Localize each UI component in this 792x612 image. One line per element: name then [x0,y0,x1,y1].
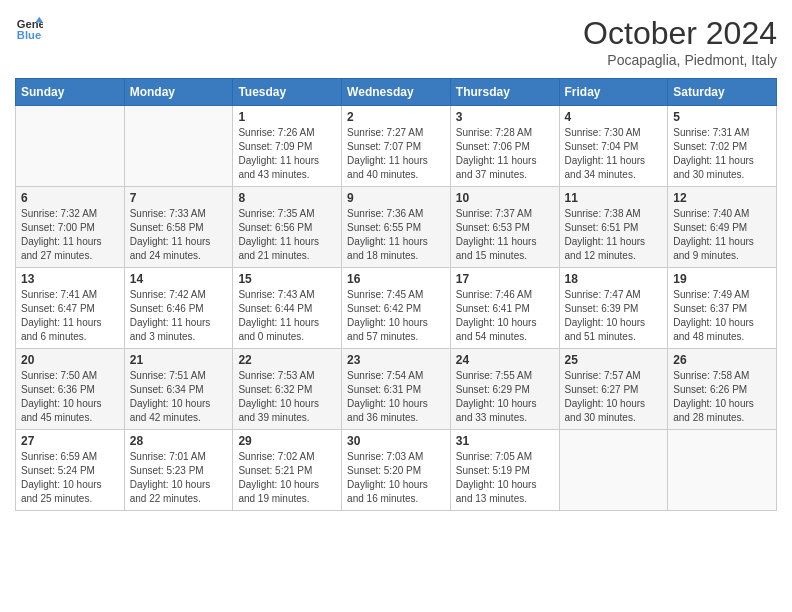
calendar-week-row: 13Sunrise: 7:41 AMSunset: 6:47 PMDayligh… [16,268,777,349]
day-detail: Sunrise: 7:33 AMSunset: 6:58 PMDaylight:… [130,207,228,263]
day-number: 20 [21,353,119,367]
day-number: 9 [347,191,445,205]
day-number: 23 [347,353,445,367]
day-detail: Sunrise: 7:42 AMSunset: 6:46 PMDaylight:… [130,288,228,344]
calendar-table: SundayMondayTuesdayWednesdayThursdayFrid… [15,78,777,511]
day-number: 12 [673,191,771,205]
day-number: 29 [238,434,336,448]
day-detail: Sunrise: 7:28 AMSunset: 7:06 PMDaylight:… [456,126,554,182]
day-of-week-header: Wednesday [342,79,451,106]
calendar-day-cell: 22Sunrise: 7:53 AMSunset: 6:32 PMDayligh… [233,349,342,430]
day-of-week-header: Sunday [16,79,125,106]
day-number: 4 [565,110,663,124]
calendar-day-cell: 25Sunrise: 7:57 AMSunset: 6:27 PMDayligh… [559,349,668,430]
calendar-day-cell: 1Sunrise: 7:26 AMSunset: 7:09 PMDaylight… [233,106,342,187]
calendar-day-cell: 9Sunrise: 7:36 AMSunset: 6:55 PMDaylight… [342,187,451,268]
day-detail: Sunrise: 7:35 AMSunset: 6:56 PMDaylight:… [238,207,336,263]
day-detail: Sunrise: 7:31 AMSunset: 7:02 PMDaylight:… [673,126,771,182]
svg-text:Blue: Blue [17,29,41,41]
day-detail: Sunrise: 7:45 AMSunset: 6:42 PMDaylight:… [347,288,445,344]
calendar-day-cell [668,430,777,511]
day-detail: Sunrise: 7:32 AMSunset: 7:00 PMDaylight:… [21,207,119,263]
day-detail: Sunrise: 7:53 AMSunset: 6:32 PMDaylight:… [238,369,336,425]
day-number: 30 [347,434,445,448]
calendar-day-cell: 7Sunrise: 7:33 AMSunset: 6:58 PMDaylight… [124,187,233,268]
calendar-day-cell: 28Sunrise: 7:01 AMSunset: 5:23 PMDayligh… [124,430,233,511]
calendar-day-cell: 10Sunrise: 7:37 AMSunset: 6:53 PMDayligh… [450,187,559,268]
logo: General Blue [15,15,43,43]
day-number: 11 [565,191,663,205]
day-number: 19 [673,272,771,286]
day-detail: Sunrise: 7:47 AMSunset: 6:39 PMDaylight:… [565,288,663,344]
day-detail: Sunrise: 7:51 AMSunset: 6:34 PMDaylight:… [130,369,228,425]
day-detail: Sunrise: 7:54 AMSunset: 6:31 PMDaylight:… [347,369,445,425]
day-number: 7 [130,191,228,205]
calendar-day-cell: 6Sunrise: 7:32 AMSunset: 7:00 PMDaylight… [16,187,125,268]
day-detail: Sunrise: 7:38 AMSunset: 6:51 PMDaylight:… [565,207,663,263]
day-detail: Sunrise: 7:43 AMSunset: 6:44 PMDaylight:… [238,288,336,344]
day-detail: Sunrise: 7:03 AMSunset: 5:20 PMDaylight:… [347,450,445,506]
month-title: October 2024 [583,15,777,52]
calendar-day-cell [16,106,125,187]
day-detail: Sunrise: 7:41 AMSunset: 6:47 PMDaylight:… [21,288,119,344]
day-detail: Sunrise: 7:26 AMSunset: 7:09 PMDaylight:… [238,126,336,182]
calendar-week-row: 1Sunrise: 7:26 AMSunset: 7:09 PMDaylight… [16,106,777,187]
calendar-day-cell: 26Sunrise: 7:58 AMSunset: 6:26 PMDayligh… [668,349,777,430]
day-of-week-header: Saturday [668,79,777,106]
day-number: 6 [21,191,119,205]
calendar-header-row: SundayMondayTuesdayWednesdayThursdayFrid… [16,79,777,106]
day-number: 26 [673,353,771,367]
day-detail: Sunrise: 6:59 AMSunset: 5:24 PMDaylight:… [21,450,119,506]
day-detail: Sunrise: 7:05 AMSunset: 5:19 PMDaylight:… [456,450,554,506]
calendar-week-row: 27Sunrise: 6:59 AMSunset: 5:24 PMDayligh… [16,430,777,511]
calendar-day-cell: 23Sunrise: 7:54 AMSunset: 6:31 PMDayligh… [342,349,451,430]
day-detail: Sunrise: 7:01 AMSunset: 5:23 PMDaylight:… [130,450,228,506]
day-number: 16 [347,272,445,286]
day-detail: Sunrise: 7:57 AMSunset: 6:27 PMDaylight:… [565,369,663,425]
calendar-day-cell: 14Sunrise: 7:42 AMSunset: 6:46 PMDayligh… [124,268,233,349]
day-number: 15 [238,272,336,286]
logo-icon: General Blue [15,15,43,43]
calendar-day-cell: 5Sunrise: 7:31 AMSunset: 7:02 PMDaylight… [668,106,777,187]
day-detail: Sunrise: 7:55 AMSunset: 6:29 PMDaylight:… [456,369,554,425]
calendar-day-cell: 3Sunrise: 7:28 AMSunset: 7:06 PMDaylight… [450,106,559,187]
day-detail: Sunrise: 7:40 AMSunset: 6:49 PMDaylight:… [673,207,771,263]
calendar-day-cell: 16Sunrise: 7:45 AMSunset: 6:42 PMDayligh… [342,268,451,349]
calendar-day-cell: 18Sunrise: 7:47 AMSunset: 6:39 PMDayligh… [559,268,668,349]
day-detail: Sunrise: 7:46 AMSunset: 6:41 PMDaylight:… [456,288,554,344]
day-number: 2 [347,110,445,124]
day-number: 5 [673,110,771,124]
calendar-day-cell: 19Sunrise: 7:49 AMSunset: 6:37 PMDayligh… [668,268,777,349]
calendar-day-cell: 2Sunrise: 7:27 AMSunset: 7:07 PMDaylight… [342,106,451,187]
day-number: 13 [21,272,119,286]
day-number: 1 [238,110,336,124]
day-number: 28 [130,434,228,448]
calendar-day-cell: 29Sunrise: 7:02 AMSunset: 5:21 PMDayligh… [233,430,342,511]
calendar-day-cell [124,106,233,187]
day-detail: Sunrise: 7:02 AMSunset: 5:21 PMDaylight:… [238,450,336,506]
calendar-day-cell: 31Sunrise: 7:05 AMSunset: 5:19 PMDayligh… [450,430,559,511]
day-number: 24 [456,353,554,367]
calendar-day-cell [559,430,668,511]
day-number: 31 [456,434,554,448]
day-number: 27 [21,434,119,448]
day-number: 18 [565,272,663,286]
day-number: 10 [456,191,554,205]
day-detail: Sunrise: 7:49 AMSunset: 6:37 PMDaylight:… [673,288,771,344]
page-header: General Blue October 2024 Pocapaglia, Pi… [15,15,777,68]
day-detail: Sunrise: 7:37 AMSunset: 6:53 PMDaylight:… [456,207,554,263]
day-number: 14 [130,272,228,286]
calendar-day-cell: 24Sunrise: 7:55 AMSunset: 6:29 PMDayligh… [450,349,559,430]
day-detail: Sunrise: 7:27 AMSunset: 7:07 PMDaylight:… [347,126,445,182]
calendar-day-cell: 20Sunrise: 7:50 AMSunset: 6:36 PMDayligh… [16,349,125,430]
calendar-day-cell: 11Sunrise: 7:38 AMSunset: 6:51 PMDayligh… [559,187,668,268]
day-number: 25 [565,353,663,367]
day-of-week-header: Tuesday [233,79,342,106]
calendar-day-cell: 12Sunrise: 7:40 AMSunset: 6:49 PMDayligh… [668,187,777,268]
day-of-week-header: Friday [559,79,668,106]
calendar-day-cell: 21Sunrise: 7:51 AMSunset: 6:34 PMDayligh… [124,349,233,430]
calendar-day-cell: 15Sunrise: 7:43 AMSunset: 6:44 PMDayligh… [233,268,342,349]
day-number: 17 [456,272,554,286]
calendar-day-cell: 30Sunrise: 7:03 AMSunset: 5:20 PMDayligh… [342,430,451,511]
day-number: 21 [130,353,228,367]
